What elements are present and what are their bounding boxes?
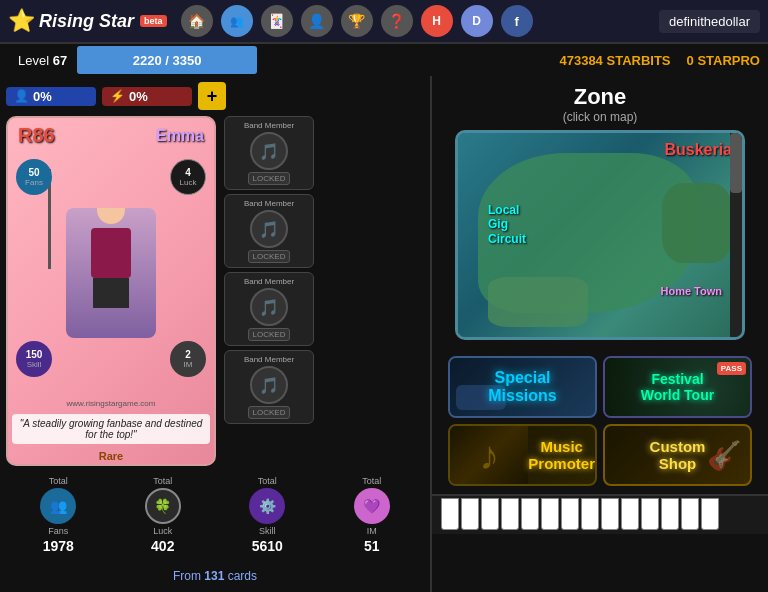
total-luck-icon: 🍀 bbox=[145, 488, 181, 524]
card-character bbox=[66, 208, 156, 338]
plus-button[interactable]: + bbox=[198, 82, 226, 110]
from-cards-text: From 131 cards bbox=[173, 569, 257, 583]
piano-key-5[interactable] bbox=[521, 498, 539, 530]
level-label: Level 67 bbox=[8, 53, 77, 68]
band-member-slots: Band Member 🎵 LOCKED Band Member 🎵 LOCKE… bbox=[224, 116, 314, 466]
total-fans-block: Total 👥 Fans 1978 bbox=[40, 476, 76, 554]
level-number: 67 bbox=[53, 53, 67, 68]
fans-label: Fans bbox=[25, 178, 43, 187]
card-stat-luck: 4 Luck bbox=[170, 159, 206, 195]
skill-label: Skill bbox=[27, 360, 42, 369]
map-scrollbar-thumb bbox=[730, 133, 742, 193]
card-stat-fans: 50 Fans bbox=[16, 159, 52, 195]
total-skill-value: 5610 bbox=[252, 538, 283, 554]
piano-key-4[interactable] bbox=[501, 498, 519, 530]
starpro-display: 0 STARPRO bbox=[687, 53, 760, 68]
band-label-2: Band Member bbox=[244, 199, 294, 208]
skill-value: 150 bbox=[26, 349, 43, 360]
band-slot-1[interactable]: Band Member 🎵 LOCKED bbox=[224, 116, 314, 190]
piano-key-1[interactable] bbox=[441, 498, 459, 530]
xp-display: 2220 / 3350 bbox=[133, 53, 202, 68]
piano-key-3[interactable] bbox=[481, 498, 499, 530]
total-fans-value: 1978 bbox=[43, 538, 74, 554]
custom-shop-button[interactable]: 🎸 CustomShop bbox=[603, 424, 752, 486]
hive-button[interactable]: H bbox=[421, 5, 453, 37]
piano-key-11[interactable] bbox=[641, 498, 659, 530]
band-label-3: Band Member bbox=[244, 277, 294, 286]
starbits-label: STARBITS bbox=[606, 53, 670, 68]
energy-percent: 0% bbox=[33, 89, 52, 104]
cards-count: 131 bbox=[204, 569, 224, 583]
total-luck-block: Total 🍀 Luck 402 bbox=[145, 476, 181, 554]
nav-icons-group: 🏠 👥 🃏 👤 🏆 ❓ H D f bbox=[181, 5, 533, 37]
music-promoter-button[interactable]: ♪ MusicPromoter bbox=[448, 424, 597, 486]
card-stat-im: 2 IM bbox=[170, 341, 206, 377]
festival-world-tour-button[interactable]: FestivalWorld Tour PASS bbox=[603, 356, 752, 418]
map-land-south bbox=[488, 277, 588, 327]
locked-badge-2: LOCKED bbox=[248, 250, 291, 263]
music-promoter-bg: ♪ bbox=[450, 426, 528, 484]
hunger-bar: ⚡ 0% bbox=[102, 87, 192, 106]
beta-badge: beta bbox=[140, 15, 167, 27]
music-promoter-label: MusicPromoter bbox=[528, 438, 595, 472]
facebook-button[interactable]: f bbox=[501, 5, 533, 37]
help-button[interactable]: ❓ bbox=[381, 5, 413, 37]
piano-key-9[interactable] bbox=[601, 498, 619, 530]
starbits-display: 473384 STARBITS bbox=[559, 53, 670, 68]
currency-info: 473384 STARBITS 0 STARPRO bbox=[559, 53, 760, 68]
map-land-east bbox=[662, 183, 732, 263]
im-value: 2 bbox=[185, 349, 191, 360]
starbits-value: 473384 bbox=[559, 53, 602, 68]
fans-value: 50 bbox=[28, 167, 39, 178]
total-im-value: 51 bbox=[364, 538, 380, 554]
locked-badge-1: LOCKED bbox=[248, 172, 291, 185]
piano-key-13[interactable] bbox=[681, 498, 699, 530]
locked-badge-4: LOCKED bbox=[248, 406, 291, 419]
stats-button[interactable]: 👥 bbox=[221, 5, 253, 37]
star-logo-icon: ⭐ bbox=[8, 8, 35, 34]
special-missions-button[interactable]: SpecialMissions bbox=[448, 356, 597, 418]
trophy-button[interactable]: 🏆 bbox=[341, 5, 373, 37]
music-notes-icon: ♪ bbox=[479, 433, 499, 478]
map-scrollbar[interactable] bbox=[730, 133, 742, 337]
home-button[interactable]: 🏠 bbox=[181, 5, 213, 37]
logo-text: Rising Star bbox=[39, 11, 134, 32]
special-missions-label: SpecialMissions bbox=[488, 369, 556, 405]
main-layout: 👤 0% ⚡ 0% + R86 Emma bbox=[0, 76, 768, 592]
piano-key-14[interactable] bbox=[701, 498, 719, 530]
piano-key-2[interactable] bbox=[461, 498, 479, 530]
total-fans-icon: 👥 bbox=[40, 488, 76, 524]
zone-map[interactable]: Buskeria LocalGigCircuit Home Town bbox=[455, 130, 745, 340]
band-slot-2[interactable]: Band Member 🎵 LOCKED bbox=[224, 194, 314, 268]
piano-key-12[interactable] bbox=[661, 498, 679, 530]
piano-key-6[interactable] bbox=[541, 498, 559, 530]
custom-shop-label: CustomShop bbox=[650, 438, 706, 472]
profile-button[interactable]: 👤 bbox=[301, 5, 333, 37]
map-label-local: LocalGigCircuit bbox=[488, 203, 526, 246]
level-text: Level bbox=[18, 53, 49, 68]
progress-row: 👤 0% ⚡ 0% + bbox=[6, 82, 424, 110]
band-icon-4: 🎵 bbox=[250, 366, 288, 404]
cards-button[interactable]: 🃏 bbox=[261, 5, 293, 37]
from-cards-line: From 131 cards bbox=[6, 564, 424, 586]
locked-badge-3: LOCKED bbox=[248, 328, 291, 341]
total-skill-icon: ⚙️ bbox=[249, 488, 285, 524]
piano-key-7[interactable] bbox=[561, 498, 579, 530]
discord-button[interactable]: D bbox=[461, 5, 493, 37]
top-navigation: ⭐ Rising Star beta 🏠 👥 🃏 👤 🏆 ❓ H D f def… bbox=[0, 0, 768, 44]
card-name: Emma bbox=[156, 127, 204, 145]
char-body bbox=[91, 228, 131, 278]
map-label-buskeria: Buskeria bbox=[664, 141, 732, 159]
piano-key-8[interactable] bbox=[581, 498, 599, 530]
player-card[interactable]: R86 Emma 50 Fans bbox=[6, 116, 216, 466]
piano-key-10[interactable] bbox=[621, 498, 639, 530]
band-icon-1: 🎵 bbox=[250, 132, 288, 170]
band-slot-4[interactable]: Band Member 🎵 LOCKED bbox=[224, 350, 314, 424]
band-icon-2: 🎵 bbox=[250, 210, 288, 248]
logo-area: ⭐ Rising Star beta bbox=[8, 8, 167, 34]
band-slot-3[interactable]: Band Member 🎵 LOCKED bbox=[224, 272, 314, 346]
energy-icon: 👤 bbox=[14, 89, 29, 103]
card-header: R86 Emma bbox=[8, 118, 214, 149]
level-bar: Level 67 2220 / 3350 473384 STARBITS 0 S… bbox=[0, 44, 768, 76]
keyboard-decoration bbox=[432, 494, 768, 534]
